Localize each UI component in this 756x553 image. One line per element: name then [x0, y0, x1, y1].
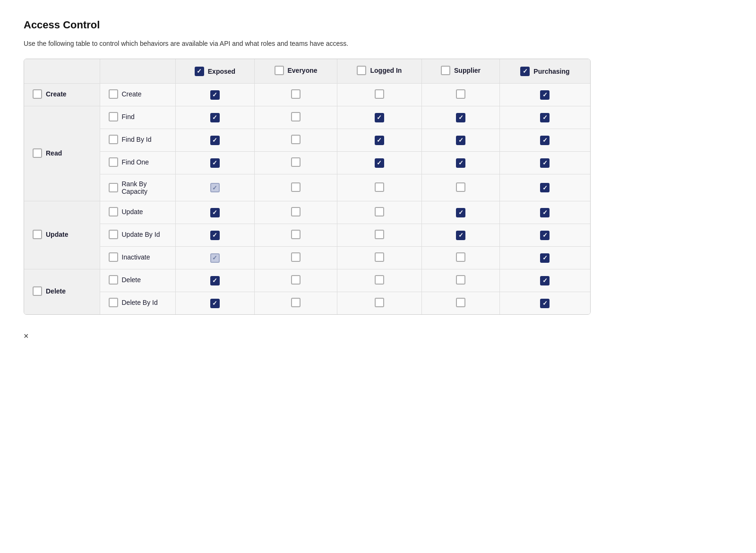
table-row: CreateCreate✓✓ [24, 84, 590, 106]
permission-cell[interactable]: ✓ [175, 292, 255, 315]
permission-cell[interactable] [255, 84, 337, 106]
permission-cell[interactable]: ✓ [499, 292, 590, 315]
row-checkbox[interactable] [109, 112, 118, 121]
permission-cell[interactable] [255, 129, 337, 152]
row-checkbox[interactable] [109, 230, 118, 239]
page-title: Access Control [24, 19, 732, 31]
permission-cell[interactable]: ✓ [422, 152, 500, 174]
sub-label-cell: Rank By Capacity [100, 174, 175, 201]
sub-label-cell: Delete By Id [100, 292, 175, 315]
sub-label-cell: Update [100, 201, 175, 224]
row-checkbox[interactable] [109, 275, 118, 285]
permission-cell[interactable]: ✓ [175, 201, 255, 224]
row-checkbox[interactable] [33, 230, 42, 239]
permission-cell[interactable]: ✓ [175, 174, 255, 201]
everyone-label: Everyone [288, 67, 318, 74]
permission-cell[interactable] [337, 174, 422, 201]
row-checkbox[interactable] [33, 148, 42, 158]
permission-cell[interactable]: ✓ [499, 152, 590, 174]
row-checkbox[interactable] [109, 207, 118, 216]
table-row: Find By Id✓✓✓✓ [24, 129, 590, 152]
col-exposed[interactable]: ✓ Exposed [175, 59, 255, 84]
sub-label-cell: Update By Id [100, 224, 175, 247]
purchasing-header-checkbox[interactable]: ✓ [520, 67, 530, 76]
permission-cell[interactable] [255, 106, 337, 129]
permission-cell[interactable] [255, 269, 337, 292]
row-checkbox[interactable] [109, 157, 118, 167]
close-icon: × [24, 331, 29, 341]
everyone-header-checkbox[interactable] [275, 66, 284, 75]
sub-label-cell: Inactivate [100, 247, 175, 269]
permission-cell[interactable]: ✓ [337, 106, 422, 129]
permission-cell[interactable]: ✓ [499, 129, 590, 152]
permission-cell[interactable]: ✓ [422, 201, 500, 224]
table-row: Delete By Id✓✓ [24, 292, 590, 315]
row-checkbox[interactable] [109, 89, 118, 99]
permission-cell[interactable]: ✓ [337, 129, 422, 152]
group-label-cell: Update [24, 201, 100, 269]
permission-cell[interactable]: ✓ [499, 84, 590, 106]
permission-cell[interactable]: ✓ [175, 106, 255, 129]
sub-label-cell: Find One [100, 152, 175, 174]
permission-cell[interactable]: ✓ [175, 247, 255, 269]
permission-cell[interactable] [255, 224, 337, 247]
row-checkbox[interactable] [33, 286, 42, 296]
table-row: Find One✓✓✓✓ [24, 152, 590, 174]
permission-cell[interactable] [422, 247, 500, 269]
permission-cell[interactable] [422, 269, 500, 292]
row-checkbox[interactable] [109, 298, 118, 307]
permission-cell[interactable]: ✓ [175, 224, 255, 247]
permission-cell[interactable] [337, 292, 422, 315]
col-purchasing[interactable]: ✓ Purchasing [499, 59, 590, 84]
permission-cell[interactable] [337, 201, 422, 224]
permission-cell[interactable] [422, 174, 500, 201]
permission-cell[interactable] [422, 84, 500, 106]
row-checkbox[interactable] [109, 252, 118, 262]
col-everyone[interactable]: Everyone [255, 59, 337, 84]
permission-cell[interactable]: ✓ [337, 152, 422, 174]
permission-cell[interactable] [337, 224, 422, 247]
purchasing-label: Purchasing [533, 68, 569, 75]
row-checkbox[interactable] [109, 135, 118, 144]
group-label-cell: Read [24, 106, 100, 201]
permission-cell[interactable] [422, 292, 500, 315]
group-label-cell: Create [24, 84, 100, 106]
permission-cell[interactable]: ✓ [422, 224, 500, 247]
permission-cell[interactable] [337, 269, 422, 292]
permission-cell[interactable]: ✓ [499, 201, 590, 224]
permission-cell[interactable] [255, 174, 337, 201]
permission-cell[interactable]: ✓ [175, 152, 255, 174]
permission-cell[interactable] [337, 247, 422, 269]
permission-cell[interactable]: ✓ [422, 106, 500, 129]
permission-cell[interactable] [255, 152, 337, 174]
permission-cell[interactable] [337, 84, 422, 106]
table-row: UpdateUpdate✓✓✓ [24, 201, 590, 224]
table-row: Inactivate✓✓ [24, 247, 590, 269]
close-button[interactable]: × [24, 329, 38, 343]
loggedin-label: Logged In [370, 67, 402, 74]
permission-cell[interactable] [255, 292, 337, 315]
exposed-label: Exposed [208, 68, 235, 75]
group-label-cell: Delete [24, 269, 100, 315]
row-checkbox[interactable] [109, 183, 118, 192]
permission-cell[interactable]: ✓ [499, 174, 590, 201]
loggedin-header-checkbox[interactable] [357, 66, 366, 75]
sub-label-cell: Find [100, 106, 175, 129]
permission-cell[interactable]: ✓ [499, 269, 590, 292]
permission-cell[interactable]: ✓ [175, 129, 255, 152]
permission-cell[interactable]: ✓ [499, 247, 590, 269]
supplier-header-checkbox[interactable] [441, 66, 450, 75]
row-checkbox[interactable] [33, 89, 42, 99]
exposed-header-checkbox[interactable]: ✓ [195, 67, 204, 76]
permission-cell[interactable]: ✓ [175, 269, 255, 292]
permission-cell[interactable] [255, 247, 337, 269]
permission-cell[interactable]: ✓ [175, 84, 255, 106]
permission-cell[interactable] [255, 201, 337, 224]
table-row: Rank By Capacity✓✓ [24, 174, 590, 201]
permission-cell[interactable]: ✓ [499, 224, 590, 247]
table-row: DeleteDelete✓✓ [24, 269, 590, 292]
permission-cell[interactable]: ✓ [422, 129, 500, 152]
col-supplier[interactable]: Supplier [422, 59, 500, 84]
col-loggedin[interactable]: Logged In [337, 59, 422, 84]
permission-cell[interactable]: ✓ [499, 106, 590, 129]
